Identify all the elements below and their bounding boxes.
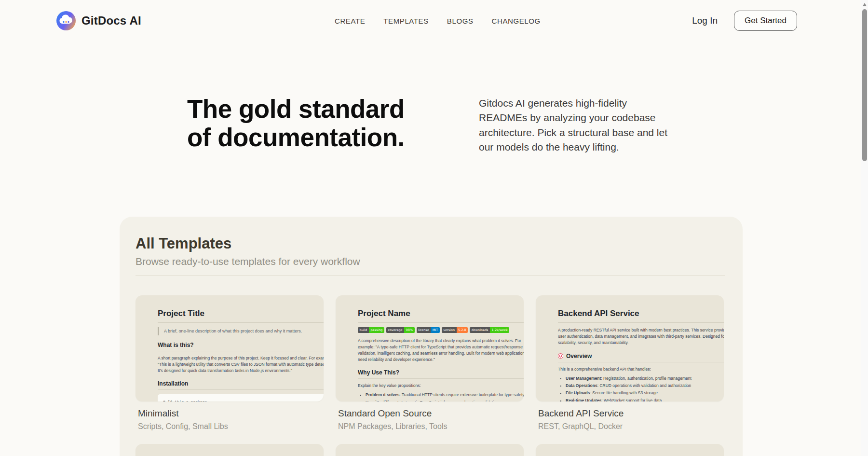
templates-grid: Project Title A brief, one-line descript… <box>136 295 725 456</box>
nav-blogs[interactable]: BLOGS <box>447 17 474 25</box>
card-footer: Standard Open Source NPM Packages, Libra… <box>336 408 524 431</box>
preview-paragraph: This is a comprehensive backend API that… <box>558 366 724 373</box>
bullet-item: Real-time Updates: WebSocket support for… <box>566 398 724 401</box>
preview-title: Project Title <box>158 309 324 323</box>
version-badge: version5.2.0 <box>442 327 468 333</box>
hero-title-line1: The gold standard <box>187 95 405 123</box>
card-footer: Minimalist Scripts, Config, Small Libs <box>136 408 324 431</box>
scrollbar-thumb[interactable] <box>862 9 867 161</box>
main-nav: CREATE TEMPLATES BLOGS CHANGELOG <box>335 0 541 41</box>
bullet-item: Data Operations: CRUD operations with va… <box>566 383 724 388</box>
brand[interactable]: GitDocs AI <box>56 0 141 41</box>
header: GitDocs AI CREATE TEMPLATES BLOGS CHANGE… <box>0 0 861 41</box>
readme-preview: Backend API Service A production-ready R… <box>558 309 724 401</box>
preview-title: Project Name <box>358 309 524 323</box>
templates-section: All Templates Browse ready-to-use templa… <box>120 217 743 456</box>
downloads-badge: downloads1.2k/week <box>470 327 509 333</box>
preview-bullet-list: User Management: Registration, authentic… <box>558 375 724 401</box>
hero-description: Gitdocs AI generates high-fidelity READM… <box>479 96 670 155</box>
bullet-item: User Management: Registration, authentic… <box>566 375 724 381</box>
preview-bullet-list: Problem it solves: Traditional HTTP clie… <box>358 392 524 401</box>
preview-code-block: # If it's a package npm install your-pac… <box>158 394 324 401</box>
preview-paragraph: A comprehensive description of the libra… <box>358 338 524 363</box>
template-card-minimalist[interactable]: Project Title A brief, one-line descript… <box>136 295 324 401</box>
card-name[interactable]: Standard Open Source <box>338 408 524 419</box>
target-icon <box>558 353 563 359</box>
section-title: All Templates <box>136 235 725 252</box>
card-name[interactable]: Backend API Service <box>538 408 724 419</box>
bullet-item: File Uploads: Secure file handling with … <box>566 390 724 396</box>
bullet-item: How it's different: Automatic TypeScript… <box>366 400 524 401</box>
header-actions: Log In Get Started <box>692 0 797 41</box>
preview-paragraph: Explain the key value propositions: <box>358 383 524 389</box>
scroll-up-icon[interactable] <box>863 3 867 6</box>
template-card-standard-open-source[interactable]: Project Name buildpassing coverage98% li… <box>336 295 524 401</box>
hero-title-line2: of documentation. <box>187 123 405 152</box>
card-footer: Backend API Service REST, GraphQL, Docke… <box>536 408 724 431</box>
card-name[interactable]: Minimalist <box>138 408 324 419</box>
section-divider <box>136 276 725 276</box>
brand-name: GitDocs AI <box>81 14 141 28</box>
template-cell-minimalist: Project Title A brief, one-line descript… <box>136 295 324 431</box>
card-tags: Scripts, Config, Small Libs <box>138 422 324 431</box>
template-cell-row2-3 <box>536 444 724 456</box>
vertical-scrollbar[interactable] <box>861 0 868 456</box>
template-cell-backend-api: Backend API Service A production-ready R… <box>536 295 724 431</box>
nav-create[interactable]: CREATE <box>335 17 365 25</box>
preview-blockquote: A brief, one-line description of what th… <box>158 327 324 335</box>
hero-title: The gold standardof documentation. <box>187 95 405 152</box>
coverage-badge: coverage98% <box>386 327 415 333</box>
badge-row: buildpassing coverage98% licenseMIT vers… <box>358 327 524 333</box>
card-tags: REST, GraphQL, Docker <box>538 422 724 431</box>
preview-paragraph: A production-ready RESTful API service b… <box>558 327 724 346</box>
template-cell-row2-2 <box>336 444 524 456</box>
login-link[interactable]: Log In <box>692 15 718 26</box>
bullet-item: Problem it solves: Traditional HTTP clie… <box>366 392 524 398</box>
nav-templates[interactable]: TEMPLATES <box>383 17 428 25</box>
preview-paragraph: A short paragraph explaining the purpose… <box>158 355 324 374</box>
preview-heading: Why Use This? <box>358 369 524 379</box>
template-card[interactable] <box>136 444 324 456</box>
readme-preview: Project Title A brief, one-line descript… <box>158 309 324 401</box>
preview-heading: Installation <box>158 380 324 390</box>
card-tags: NPM Packages, Libraries, Tools <box>338 422 524 431</box>
get-started-button[interactable]: Get Started <box>734 11 797 31</box>
preview-heading: What is this? <box>158 342 324 351</box>
template-cell-standard-open-source: Project Name buildpassing coverage98% li… <box>336 295 524 431</box>
template-card[interactable] <box>536 444 724 456</box>
gitdocs-logo-icon <box>56 11 76 30</box>
preview-title: Backend API Service <box>558 309 724 323</box>
section-subtitle: Browse ready-to-use templates for every … <box>136 255 725 267</box>
template-cell-row2-1 <box>136 444 324 456</box>
template-card[interactable] <box>336 444 524 456</box>
readme-preview: Project Name buildpassing coverage98% li… <box>358 309 524 401</box>
template-card-backend-api[interactable]: Backend API Service A production-ready R… <box>536 295 724 401</box>
preview-heading: Overview <box>558 353 724 362</box>
build-badge: buildpassing <box>358 327 384 333</box>
nav-changelog[interactable]: CHANGELOG <box>492 17 541 25</box>
license-badge: licenseMIT <box>417 327 440 333</box>
